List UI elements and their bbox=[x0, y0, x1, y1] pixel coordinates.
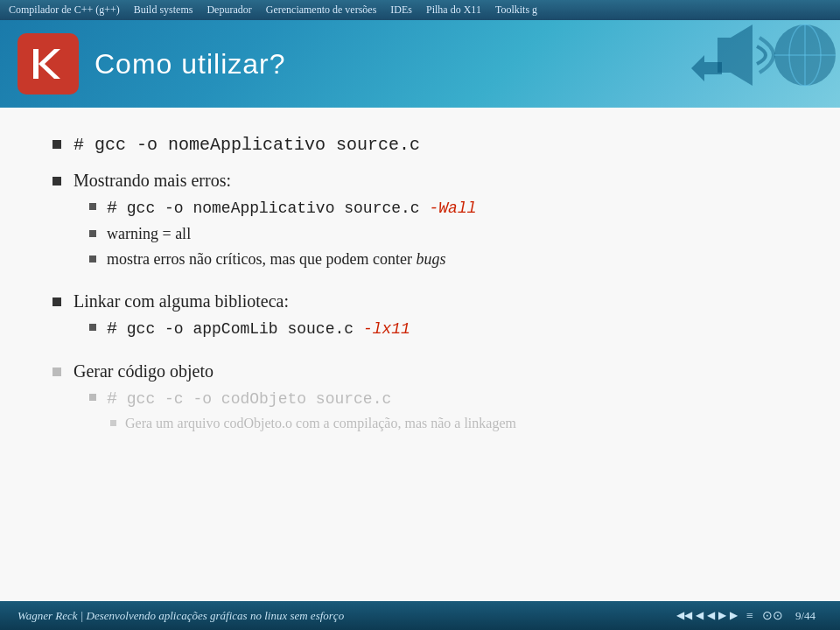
subitem-2-3-text: mostra erros não críticos, mas que podem… bbox=[107, 250, 445, 269]
nav-prev-btn[interactable]: ◀ bbox=[696, 609, 704, 622]
subitem-3-1: # gcc -o appComLib souce.c -lx11 bbox=[89, 318, 410, 339]
subitem-2-2-text: warning = all bbox=[107, 225, 191, 243]
bullet-3-1 bbox=[89, 324, 96, 331]
list-item-1: # gcc -o nomeApplicativo source.c bbox=[52, 134, 788, 155]
bugs-text: bugs bbox=[416, 250, 445, 268]
nav-section-prev-btn[interactable]: ◀ bbox=[707, 609, 715, 622]
list-item-2: Mostrando mais erros: # gcc -o nomeAppli… bbox=[52, 171, 788, 276]
bullet-2-1 bbox=[89, 203, 96, 210]
align-icon: ≡ bbox=[746, 609, 753, 623]
hash-1: # bbox=[74, 135, 84, 155]
bullet-4-2 bbox=[110, 420, 116, 426]
zoom-icon: ⊙⊙ bbox=[762, 608, 783, 623]
list-item-3: Linkar com alguma biblioteca: # gcc -o a… bbox=[52, 291, 788, 346]
wall-flag: -Wall bbox=[429, 200, 476, 217]
item1-command: gcc -o nomeApplicativo source.c bbox=[84, 135, 420, 155]
svg-rect-0 bbox=[33, 49, 38, 79]
item1-text: # gcc -o nomeApplicativo source.c bbox=[74, 134, 420, 155]
item2-label: Mostrando mais erros: bbox=[74, 171, 231, 191]
bullet-2-2 bbox=[89, 230, 96, 237]
top-navigation: Compilador de C++ (g++) Build systems De… bbox=[0, 0, 840, 20]
nav-item-toolkits[interactable]: Toolkits g bbox=[495, 4, 537, 17]
header-decoration bbox=[578, 20, 840, 108]
subitem-2-1: # gcc -o nomeApplicativo source.c -Wall bbox=[89, 198, 477, 218]
nav-item-compilador[interactable]: Compilador de C++ (g++) bbox=[9, 4, 120, 17]
footer: Wagner Reck | Desenvolvendo aplicações g… bbox=[0, 601, 840, 630]
list-item-4: Gerar código objeto # gcc -c -o codObjet… bbox=[52, 361, 788, 438]
bullet-2-3 bbox=[89, 256, 96, 262]
nav-first-btn[interactable]: ◀◀ bbox=[676, 609, 692, 622]
slide-content: # gcc -o nomeApplicativo source.c Mostra… bbox=[0, 108, 840, 601]
svg-marker-7 bbox=[691, 55, 722, 81]
item3-label: Linkar com alguma biblioteca: bbox=[74, 291, 289, 312]
nav-item-x11[interactable]: Pilha do X11 bbox=[426, 4, 481, 17]
subitem-2-3: mostra erros não críticos, mas que podem… bbox=[89, 250, 477, 269]
subitem-4-2-text: Gera um arquivo codObjeto.o com a compil… bbox=[125, 416, 516, 431]
subitem-4-2: Gera um arquivo codObjeto.o com a compil… bbox=[110, 416, 516, 431]
bullet-3 bbox=[52, 298, 61, 306]
svg-marker-2 bbox=[718, 24, 752, 86]
nav-item-versoes[interactable]: Gerenciamento de versões bbox=[266, 4, 377, 17]
footer-navigation: ◀◀ ◀ ◀ ▶ ▶ ≡ ⊙⊙ 9/44 bbox=[676, 608, 822, 623]
nav-arrows[interactable]: ◀◀ ◀ ◀ ▶ ▶ bbox=[676, 609, 738, 622]
bullet-4-1 bbox=[89, 394, 96, 401]
header-banner: Como utilizar? bbox=[0, 20, 840, 108]
subitem-2-2: warning = all bbox=[89, 225, 477, 243]
subitem-4-1: # gcc -c -o codObjeto source.c bbox=[89, 388, 516, 409]
nav-item-depurador[interactable]: Depurador bbox=[206, 4, 251, 17]
svg-point-3 bbox=[774, 24, 836, 86]
page-number: 9/44 bbox=[795, 609, 816, 623]
bullet-1 bbox=[52, 140, 61, 149]
nav-item-build[interactable]: Build systems bbox=[134, 4, 193, 17]
subitem-3-1-text: # gcc -o appComLib souce.c -lx11 bbox=[107, 318, 410, 339]
subitem-4-1-text: # gcc -c -o codObjeto source.c bbox=[107, 388, 391, 409]
nav-item-ides[interactable]: IDEs bbox=[390, 4, 412, 17]
item4-label: Gerar código objeto bbox=[74, 361, 214, 382]
subitem-2-1-text: # gcc -o nomeApplicativo source.c -Wall bbox=[107, 198, 477, 218]
bullet-2 bbox=[52, 177, 61, 186]
footer-author: Wagner Reck | Desenvolvendo aplicações g… bbox=[18, 609, 344, 623]
nav-section-next-btn[interactable]: ▶ bbox=[718, 609, 726, 622]
kde-logo bbox=[18, 33, 79, 94]
svg-marker-1 bbox=[38, 49, 60, 79]
svg-point-4 bbox=[789, 24, 821, 86]
bullet-4 bbox=[52, 368, 61, 376]
lx11-flag: -lx11 bbox=[363, 320, 410, 338]
slide-title: Como utilizar? bbox=[94, 48, 286, 80]
nav-next-btn[interactable]: ▶ bbox=[730, 609, 738, 622]
